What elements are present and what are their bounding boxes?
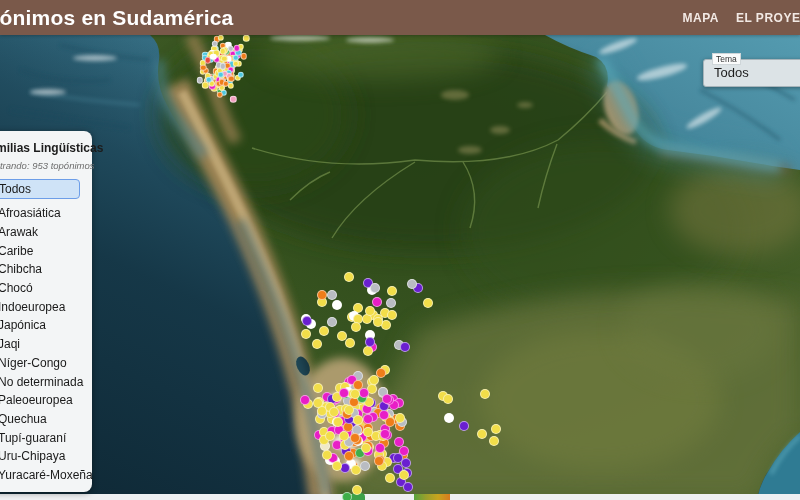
toponym-marker[interactable]: [385, 473, 395, 483]
toponym-marker[interactable]: [313, 383, 323, 393]
app-title: Topónimos en Sudamérica: [0, 0, 233, 35]
family-item-chibcha[interactable]: Chibcha: [0, 260, 80, 279]
toponym-marker[interactable]: [477, 429, 487, 439]
toponym-marker[interactable]: [332, 461, 342, 471]
toponym-marker[interactable]: [332, 300, 342, 310]
toponym-marker[interactable]: [379, 410, 389, 420]
nav-el-proyecto[interactable]: EL PROYECTO: [736, 11, 800, 25]
toponym-marker[interactable]: [365, 306, 375, 316]
map-container[interactable]: [0, 35, 800, 500]
toponym-marker[interactable]: [480, 389, 490, 399]
toponym-marker[interactable]: [407, 279, 417, 289]
toponym-marker[interactable]: [376, 368, 386, 378]
toponym-marker[interactable]: [238, 72, 244, 78]
toponym-marker[interactable]: [344, 272, 354, 282]
family-item-japonica[interactable]: Japónica: [0, 316, 80, 335]
toponym-marker[interactable]: [217, 92, 223, 98]
toponym-marker[interactable]: [399, 470, 409, 480]
toponym-marker[interactable]: [337, 331, 347, 341]
toponym-marker[interactable]: [301, 329, 311, 339]
family-item-todos[interactable]: Todos: [0, 179, 80, 199]
toponym-marker[interactable]: [386, 298, 396, 308]
toponym-marker[interactable]: [423, 298, 433, 308]
toponym-marker[interactable]: [218, 35, 224, 41]
toponym-marker[interactable]: [327, 290, 337, 300]
toponym-marker[interactable]: [300, 395, 310, 405]
toponym-marker[interactable]: [373, 317, 383, 327]
toponym-marker[interactable]: [363, 346, 373, 356]
toponym-marker[interactable]: [444, 413, 454, 423]
toponym-marker[interactable]: [333, 417, 343, 427]
toponym-marker[interactable]: [339, 431, 349, 441]
toponym-marker[interactable]: [361, 443, 371, 453]
theme-selector-label: Tema: [712, 53, 741, 65]
toponym-marker[interactable]: [403, 482, 413, 492]
toponym-marker[interactable]: [400, 342, 410, 352]
nav-mapa[interactable]: MAPA: [682, 11, 718, 25]
toponym-marker[interactable]: [360, 461, 370, 471]
toponym-markers-layer: [0, 35, 800, 500]
toponym-marker[interactable]: [443, 394, 453, 404]
toponym-marker[interactable]: [230, 96, 236, 102]
toponym-marker[interactable]: [353, 415, 363, 425]
family-item-arawak[interactable]: Arawak: [0, 223, 80, 242]
app-header: Topónimos en Sudamérica MAPA EL PROYECTO: [0, 0, 800, 35]
toponym-marker[interactable]: [387, 286, 397, 296]
toponym-marker[interactable]: [352, 485, 362, 495]
toponym-marker[interactable]: [344, 451, 354, 461]
toponym-marker[interactable]: [363, 414, 373, 424]
toponym-marker[interactable]: [350, 389, 360, 399]
family-item-no-determinada[interactable]: No determinada: [0, 372, 80, 391]
toponym-marker[interactable]: [372, 297, 382, 307]
toponym-marker[interactable]: [344, 405, 354, 415]
family-list: TodosAfroasiáticaArawakCaribeChibchaChoc…: [0, 179, 80, 484]
toponym-marker[interactable]: [241, 53, 247, 59]
toponym-marker[interactable]: [395, 413, 405, 423]
toponym-marker[interactable]: [382, 394, 392, 404]
toponym-marker[interactable]: [228, 75, 234, 81]
family-item-yuracare-moxena[interactable]: Yuracaré-Moxeña: [0, 466, 80, 485]
panel-title: Familias Lingüísticas: [0, 141, 80, 155]
toponym-marker[interactable]: [312, 339, 322, 349]
toponym-marker[interactable]: [329, 407, 339, 417]
family-item-jaqi[interactable]: Jaqi: [0, 335, 80, 354]
toponym-marker[interactable]: [359, 388, 369, 398]
toponym-marker[interactable]: [202, 82, 208, 88]
toponym-marker[interactable]: [339, 388, 349, 398]
toponym-marker[interactable]: [394, 437, 404, 447]
toponym-marker[interactable]: [375, 443, 385, 453]
family-item-uru-chipaya[interactable]: Uru-Chipaya: [0, 447, 80, 466]
family-item-niger-congo[interactable]: Níger-Congo: [0, 354, 80, 373]
toponym-marker[interactable]: [317, 290, 327, 300]
linguistic-families-panel: Familias Lingüísticas Mostrando: 953 top…: [0, 131, 92, 492]
toponym-marker[interactable]: [319, 326, 329, 336]
toponym-marker[interactable]: [345, 338, 355, 348]
toponym-marker[interactable]: [243, 35, 249, 41]
toponym-marker[interactable]: [363, 427, 373, 437]
toponym-marker[interactable]: [350, 433, 360, 443]
toponym-marker[interactable]: [370, 283, 380, 293]
toponym-marker[interactable]: [351, 322, 361, 332]
toponym-marker[interactable]: [327, 317, 337, 327]
toponym-marker[interactable]: [374, 456, 384, 466]
toponym-marker[interactable]: [489, 436, 499, 446]
toponym-marker[interactable]: [322, 450, 332, 460]
toponym-marker[interactable]: [302, 316, 312, 326]
theme-selector[interactable]: Tema Todos: [703, 59, 800, 87]
toponym-marker[interactable]: [325, 431, 335, 441]
family-item-indoeuropea[interactable]: Indoeuropea: [0, 297, 80, 316]
toponym-count-label: Mostrando: 953 topónimos: [0, 160, 80, 171]
toponym-marker[interactable]: [313, 398, 323, 408]
family-item-afroasiatica[interactable]: Afroasiática: [0, 204, 80, 223]
family-item-quechua[interactable]: Quechua: [0, 410, 80, 429]
family-item-caribe[interactable]: Caribe: [0, 241, 80, 260]
toponym-marker[interactable]: [387, 310, 397, 320]
toponym-marker[interactable]: [380, 429, 390, 439]
toponym-marker[interactable]: [459, 421, 469, 431]
toponym-marker[interactable]: [365, 337, 375, 347]
family-item-paleoeuropea[interactable]: Paleoeuropea: [0, 391, 80, 410]
family-item-tupi-guarani[interactable]: Tupí-guaraní: [0, 428, 80, 447]
toponym-marker[interactable]: [342, 492, 352, 500]
toponym-marker[interactable]: [491, 424, 501, 434]
family-item-choco[interactable]: Chocó: [0, 279, 80, 298]
